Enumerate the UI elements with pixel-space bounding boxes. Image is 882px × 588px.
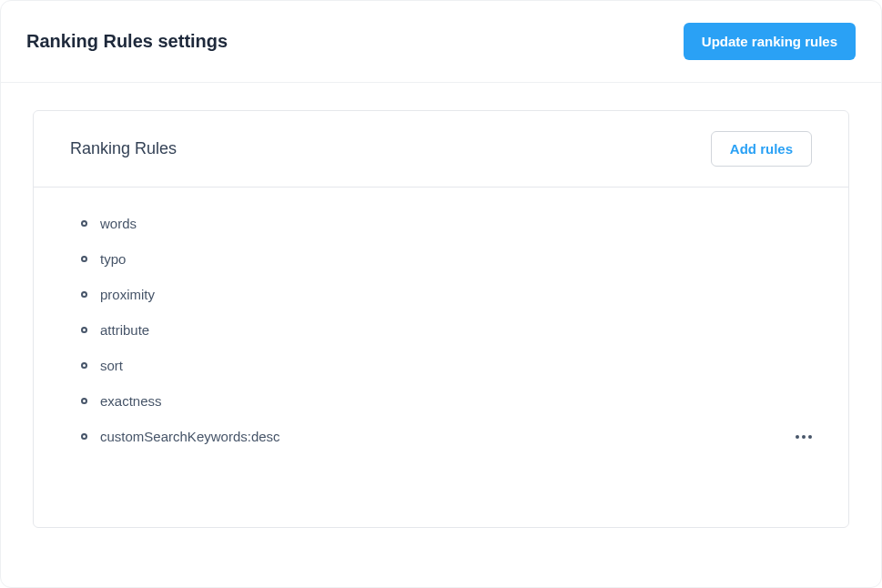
rule-label: customSearchKeywords:desc (100, 429, 280, 444)
content-area: Ranking Rules Add rules wordstypoproximi… (1, 83, 881, 555)
more-icon[interactable] (790, 430, 817, 444)
bullet-icon (81, 398, 87, 404)
rule-label: exactness (100, 393, 162, 409)
rule-label: typo (100, 251, 126, 267)
rule-label: sort (100, 358, 123, 373)
panel-header: Ranking Rules Add rules (34, 111, 848, 188)
ranking-rules-panel: Ranking Rules Add rules wordstypoproximi… (33, 110, 849, 528)
bullet-icon (81, 433, 87, 440)
rules-list: wordstypoproximityattributesortexactness… (81, 206, 812, 454)
rule-item[interactable]: sort (81, 348, 812, 383)
bullet-icon (81, 327, 87, 333)
rule-label: proximity (100, 287, 155, 302)
rule-label: attribute (100, 322, 149, 338)
update-ranking-rules-button[interactable]: Update ranking rules (684, 23, 856, 60)
rule-item[interactable]: exactness (81, 383, 812, 419)
rules-body: wordstypoproximityattributesortexactness… (34, 188, 848, 527)
add-rules-button[interactable]: Add rules (711, 131, 812, 167)
settings-card: Ranking Rules settings Update ranking ru… (0, 0, 882, 588)
bullet-icon (81, 291, 87, 298)
rule-item[interactable]: words (81, 206, 812, 241)
rule-item[interactable]: proximity (81, 277, 812, 312)
page-title: Ranking Rules settings (26, 31, 228, 52)
bullet-icon (81, 256, 87, 262)
rule-item[interactable]: customSearchKeywords:desc (81, 419, 812, 454)
bullet-icon (81, 362, 87, 369)
section-title: Ranking Rules (70, 139, 177, 158)
bullet-icon (81, 220, 87, 227)
rule-item[interactable]: attribute (81, 312, 812, 348)
rule-label: words (100, 216, 137, 231)
page-header: Ranking Rules settings Update ranking ru… (1, 1, 881, 83)
rule-item[interactable]: typo (81, 241, 812, 277)
